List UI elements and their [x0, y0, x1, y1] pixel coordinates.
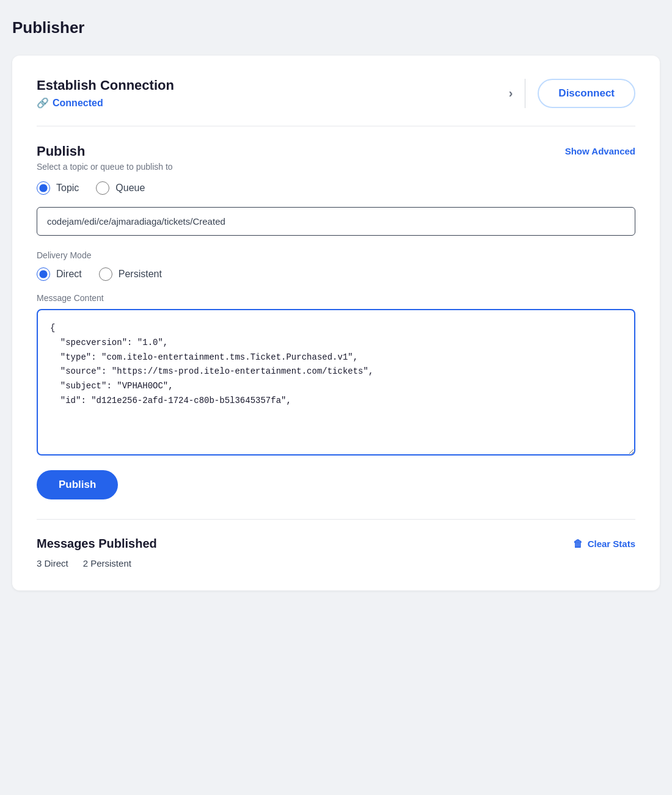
clear-stats-button[interactable]: 🗑 Clear Stats [573, 539, 635, 550]
queue-radio-label: Queue [115, 183, 145, 194]
publish-header-left: Publish Select a topic or queue to publi… [37, 143, 173, 172]
vertical-divider [525, 79, 525, 108]
delivery-mode-radio-group: Direct Persistent [37, 267, 635, 281]
message-content-label: Message Content [37, 293, 635, 303]
messages-header: Messages Published 🗑 Clear Stats [37, 537, 635, 551]
arrow-icon: › [509, 86, 513, 100]
connection-status: 🔗 Connected [37, 97, 174, 109]
trash-icon: 🗑 [573, 539, 583, 550]
publish-section: Publish Select a topic or queue to publi… [37, 143, 635, 499]
topic-radio-item[interactable]: Topic [37, 181, 79, 195]
persistent-stat: 2 Persistent [83, 558, 131, 568]
publish-title: Publish [37, 143, 173, 159]
page-title: Publisher [12, 12, 660, 43]
disconnect-button[interactable]: Disconnect [538, 79, 635, 108]
direct-radio-item[interactable]: Direct [37, 267, 82, 281]
persistent-radio-item[interactable]: Persistent [99, 267, 162, 281]
connection-status-text: Connected [53, 98, 103, 109]
direct-stat: 3 Direct [37, 558, 68, 568]
message-content-textarea[interactable]: { "specversion": "1.0", "type": "com.ite… [37, 309, 635, 456]
messages-stats: 3 Direct 2 Persistent [37, 558, 635, 568]
topic-queue-radio-group: Topic Queue [37, 181, 635, 195]
queue-radio-input[interactable] [96, 181, 109, 195]
connection-right: › Disconnect [509, 79, 635, 108]
connection-section: Establish Connection 🔗 Connected › Disco… [37, 78, 635, 126]
connection-left: Establish Connection 🔗 Connected [37, 78, 174, 109]
topic-input[interactable] [37, 207, 635, 236]
persistent-radio-label: Persistent [119, 269, 162, 280]
publish-button[interactable]: Publish [37, 470, 118, 499]
main-card: Establish Connection 🔗 Connected › Disco… [12, 56, 660, 590]
show-advanced-button[interactable]: Show Advanced [565, 143, 635, 159]
link-icon: 🔗 [37, 97, 49, 109]
publish-subtitle: Select a topic or queue to publish to [37, 162, 173, 172]
connection-title: Establish Connection [37, 78, 174, 93]
messages-published-section: Messages Published 🗑 Clear Stats 3 Direc… [37, 519, 635, 568]
queue-radio-item[interactable]: Queue [96, 181, 145, 195]
topic-radio-input[interactable] [37, 181, 50, 195]
clear-stats-label: Clear Stats [588, 539, 635, 549]
persistent-radio-input[interactable] [99, 267, 112, 281]
page-container: Publisher Establish Connection 🔗 Connect… [12, 12, 660, 783]
publish-header: Publish Select a topic or queue to publi… [37, 143, 635, 172]
delivery-mode-label: Delivery Mode [37, 250, 635, 260]
messages-published-title: Messages Published [37, 537, 157, 551]
direct-radio-label: Direct [56, 269, 82, 280]
topic-radio-label: Topic [56, 183, 79, 194]
direct-radio-input[interactable] [37, 267, 50, 281]
